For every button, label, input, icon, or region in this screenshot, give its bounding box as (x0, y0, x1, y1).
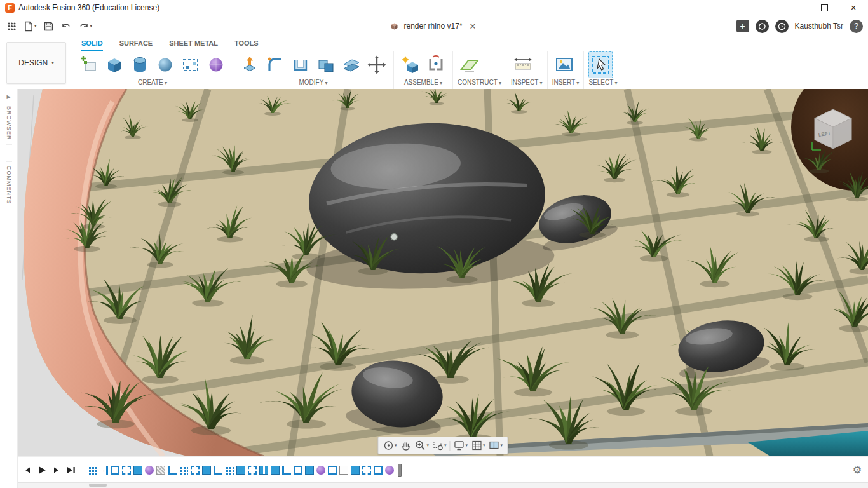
zoom-button[interactable]: ▾ (414, 440, 429, 451)
minimize-button[interactable] (780, 0, 810, 15)
clock-icon (778, 22, 786, 30)
dots-feature-icon[interactable] (225, 466, 234, 475)
sketch-feature-icon[interactable] (191, 466, 200, 475)
tab-sheet-metal[interactable]: SHEET METAL (169, 39, 218, 51)
combine-button[interactable] (314, 51, 338, 78)
joint-button[interactable] (424, 51, 448, 78)
sidebar-tab-comments[interactable]: COMMENTS (6, 161, 12, 209)
cylinder-button[interactable] (128, 51, 152, 78)
timeline-settings-button[interactable]: ⚙ (853, 464, 862, 476)
new-component-button[interactable] (398, 51, 423, 78)
play-button[interactable] (36, 464, 48, 476)
group-label-create[interactable]: CREATE (77, 78, 228, 89)
sketch-feature-icon[interactable] (362, 466, 371, 475)
dots-feature-icon[interactable] (179, 466, 188, 475)
document-tab[interactable]: render rhino v17* ✕ (390, 15, 479, 37)
orbit-button[interactable]: ▾ (383, 440, 397, 451)
help-button[interactable]: ? (850, 20, 863, 33)
step-forward-button[interactable] (50, 464, 63, 476)
group-label-insert[interactable]: INSERT (552, 78, 580, 89)
redo-button[interactable]: ▾ (76, 18, 95, 34)
group-label-assemble[interactable]: ASSEMBLE (398, 78, 448, 89)
form-button[interactable] (204, 51, 228, 78)
rect-feature-icon[interactable] (111, 466, 119, 475)
user-name[interactable]: Kausthubh Tsr (795, 22, 844, 30)
fit-button[interactable]: ▾ (432, 440, 447, 451)
sidebar-tab-browser[interactable]: BROWSER (6, 102, 12, 145)
rect-feature-icon[interactable] (328, 466, 337, 475)
box-button[interactable] (102, 51, 126, 78)
tab-tools[interactable]: TOOLS (234, 39, 259, 51)
solid-feature-icon[interactable] (202, 466, 211, 475)
pan-button[interactable] (400, 440, 411, 451)
solid-feature-icon[interactable] (133, 466, 142, 475)
file-icon (23, 21, 34, 32)
display-settings-button[interactable]: ▾ (454, 440, 468, 451)
skip-to-end-button[interactable] (65, 464, 78, 476)
sketch-feature-icon[interactable] (122, 466, 131, 475)
restore-button[interactable] (810, 0, 839, 15)
timeline-position-marker[interactable] (398, 464, 402, 477)
document-close-icon[interactable]: ✕ (467, 22, 479, 31)
form-feature-icon[interactable] (316, 466, 325, 475)
sketch-feature-icon[interactable] (248, 466, 257, 475)
move-copy-button[interactable] (365, 51, 389, 78)
tab-surface[interactable]: SURFACE (119, 39, 153, 51)
undo-button[interactable] (58, 18, 74, 34)
viewport[interactable]: LEFT ▾ ▾ ▾ ▾ ▾ ▾ (17, 89, 868, 456)
split-body-button[interactable] (339, 51, 363, 78)
fillet-button[interactable] (263, 51, 287, 78)
group-label-construct[interactable]: CONSTRUCT (458, 78, 501, 89)
joint-feature-icon[interactable] (259, 466, 268, 475)
chevron-down-icon: ▾ (466, 443, 468, 448)
corner-feature-icon[interactable] (168, 466, 177, 475)
dots-feature-icon[interactable] (88, 466, 97, 475)
group-label-inspect[interactable]: INSPECT (511, 78, 543, 89)
shell-button[interactable] (288, 51, 313, 78)
orbit-icon (383, 440, 394, 451)
rect-feature-icon[interactable] (294, 466, 302, 475)
viewports-button[interactable]: ▾ (489, 440, 503, 451)
solid-feature-icon[interactable] (351, 466, 360, 475)
app-grid-button[interactable] (5, 18, 18, 34)
timeline-scrollbar[interactable] (0, 482, 868, 488)
file-menu-button[interactable]: ▾ (21, 18, 39, 34)
group-label-modify[interactable]: MODIFY (238, 78, 389, 89)
scrollbar-handle[interactable] (89, 484, 107, 487)
new-tab-button[interactable]: + (736, 20, 749, 32)
viewcube[interactable]: LEFT (806, 102, 860, 159)
notifications-button[interactable] (775, 20, 789, 33)
group-label-select[interactable]: SELECT (588, 78, 617, 89)
tab-solid[interactable]: SOLID (81, 39, 103, 51)
expand-browser-icon[interactable]: ▶ (6, 94, 10, 100)
step-back-button[interactable] (21, 464, 34, 476)
close-button[interactable]: ✕ (839, 0, 868, 15)
workspace-selector[interactable]: DESIGN ▾ (6, 42, 66, 84)
save-button[interactable] (41, 18, 56, 34)
select-button[interactable] (588, 51, 613, 78)
pattern-button[interactable] (179, 51, 203, 78)
viewport-render[interactable] (17, 89, 868, 456)
trim-feature-icon[interactable]: → (99, 466, 108, 475)
canvas-button[interactable] (552, 51, 576, 78)
sphere-button[interactable] (153, 51, 177, 78)
doc-feature-icon[interactable] (339, 466, 348, 475)
form-feature-icon[interactable] (145, 466, 154, 475)
corner-feature-icon[interactable] (282, 466, 291, 475)
form-feature-icon[interactable] (385, 466, 394, 475)
construction-plane-button[interactable] (458, 51, 482, 78)
corner-feature-icon[interactable] (214, 466, 222, 475)
hatch-feature-icon[interactable] (156, 466, 165, 475)
help-icon: ? (854, 22, 858, 30)
create-sketch-button[interactable] (77, 51, 101, 78)
press-pull-button[interactable] (238, 51, 262, 78)
group-create: CREATE (72, 51, 233, 89)
solid-feature-icon[interactable] (305, 466, 314, 475)
solid-feature-icon[interactable] (271, 466, 280, 475)
grid-settings-button[interactable]: ▾ (471, 440, 485, 451)
group-insert: INSERT (548, 51, 585, 89)
solid-feature-icon[interactable] (236, 466, 245, 475)
job-status-button[interactable] (756, 20, 769, 33)
measure-button[interactable] (511, 51, 535, 78)
rect-feature-icon[interactable] (374, 466, 383, 475)
